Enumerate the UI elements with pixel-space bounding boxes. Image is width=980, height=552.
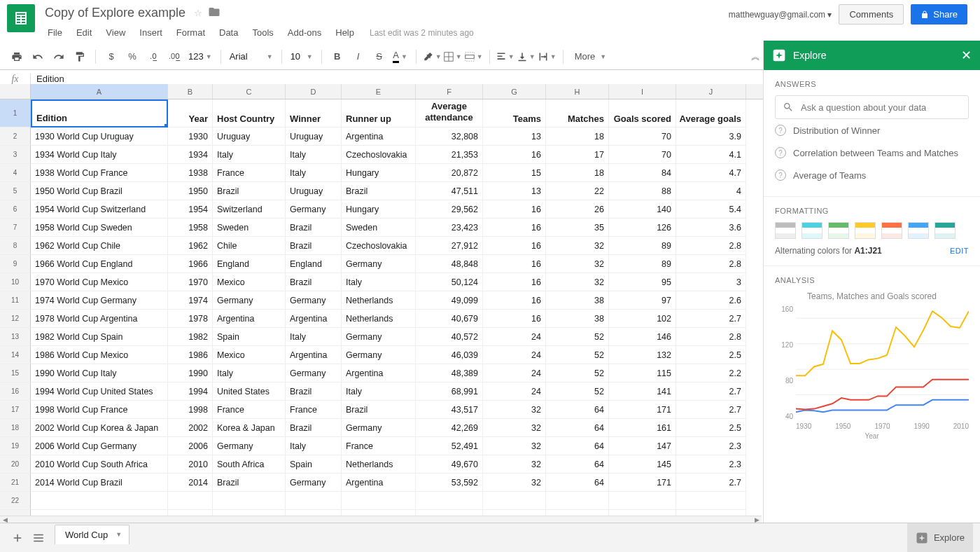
cell[interactable]: Italy xyxy=(286,328,342,346)
cell[interactable]: 24 xyxy=(483,328,546,346)
edit-formatting-link[interactable]: EDIT xyxy=(950,247,969,255)
cell[interactable]: 26 xyxy=(546,200,609,219)
color-swatch[interactable] xyxy=(775,222,796,239)
cell[interactable]: 2002 xyxy=(168,419,213,437)
cell[interactable]: 16 xyxy=(483,200,546,219)
cell[interactable] xyxy=(483,492,546,510)
cell[interactable]: 32,808 xyxy=(416,127,483,146)
cell[interactable]: 70 xyxy=(609,146,676,164)
cell[interactable]: 1986 World Cup Mexico xyxy=(31,346,168,364)
cell[interactable]: 16 xyxy=(483,273,546,291)
cell[interactable]: 1974 xyxy=(168,291,213,310)
cell[interactable]: 84 xyxy=(609,164,676,182)
cell[interactable]: 1950 World Cup Brazil xyxy=(31,182,168,200)
close-icon[interactable]: ✕ xyxy=(961,48,972,63)
cell[interactable]: Argentina xyxy=(213,310,286,328)
cell[interactable]: 64 xyxy=(546,401,609,419)
paint-format-icon[interactable] xyxy=(70,47,90,67)
menu-file[interactable]: File xyxy=(42,25,68,41)
cell[interactable]: Argentina xyxy=(342,127,416,146)
cell[interactable]: Netherlands xyxy=(342,455,416,474)
cell[interactable]: Averageattendance xyxy=(416,99,483,127)
cell[interactable]: 32 xyxy=(483,437,546,455)
cell[interactable]: Argentina xyxy=(342,474,416,492)
row-header[interactable]: 3 xyxy=(0,146,31,164)
cell[interactable]: 29,562 xyxy=(416,200,483,219)
cell[interactable]: 89 xyxy=(609,255,676,273)
add-sheet-icon[interactable] xyxy=(7,527,28,548)
cell[interactable]: 3.6 xyxy=(676,219,746,237)
horizontal-scrollbar[interactable]: ◀▶ xyxy=(0,516,762,523)
cell[interactable]: Mexico xyxy=(213,273,286,291)
cell[interactable]: France xyxy=(286,401,342,419)
cell[interactable]: Sweden xyxy=(213,219,286,237)
menu-format[interactable]: Format xyxy=(171,25,211,41)
more-menu[interactable]: More▼ xyxy=(569,51,610,62)
font-family-dropdown[interactable]: Arial▼ xyxy=(227,51,276,62)
cell[interactable]: Brazil xyxy=(213,474,286,492)
cell[interactable]: 2.8 xyxy=(676,328,746,346)
cell[interactable]: Sweden xyxy=(342,219,416,237)
cell[interactable]: Spain xyxy=(213,328,286,346)
cell[interactable]: 1954 World Cup Switzerland xyxy=(31,200,168,219)
cell[interactable]: 2006 xyxy=(168,437,213,455)
cell[interactable]: 95 xyxy=(609,273,676,291)
user-email[interactable]: matthewguay@gmail.com ▾ xyxy=(729,10,832,20)
cell[interactable]: Spain xyxy=(286,455,342,474)
cell[interactable]: 171 xyxy=(609,401,676,419)
explore-search-input[interactable] xyxy=(801,102,961,113)
cell[interactable]: 35 xyxy=(546,219,609,237)
all-sheets-icon[interactable] xyxy=(28,527,49,548)
cell[interactable]: Argentina xyxy=(286,310,342,328)
cell[interactable]: Hungary xyxy=(342,200,416,219)
cell[interactable]: 1966 World Cup England xyxy=(31,255,168,273)
cell[interactable]: 20,872 xyxy=(416,164,483,182)
cell[interactable]: South Africa xyxy=(213,455,286,474)
color-swatch[interactable] xyxy=(802,222,822,239)
cell[interactable]: 2.5 xyxy=(676,419,746,437)
cell[interactable]: England xyxy=(286,255,342,273)
cell[interactable]: 1950 xyxy=(168,182,213,200)
cell[interactable]: 1998 World Cup France xyxy=(31,401,168,419)
cell[interactable]: Goals scored xyxy=(609,99,676,127)
cell[interactable]: Argentina xyxy=(342,364,416,382)
cell[interactable]: 1934 World Cup Italy xyxy=(31,146,168,164)
cell[interactable]: 1990 xyxy=(168,364,213,382)
cell[interactable]: 2.3 xyxy=(676,455,746,474)
cell[interactable]: Netherlands xyxy=(342,310,416,328)
row-header[interactable]: 8 xyxy=(0,237,31,255)
cell[interactable]: 64 xyxy=(546,419,609,437)
menu-view[interactable]: View xyxy=(100,25,131,41)
cell[interactable]: 48,389 xyxy=(416,364,483,382)
cell[interactable]: 64 xyxy=(546,474,609,492)
sheets-logo[interactable] xyxy=(7,4,35,32)
cell[interactable]: Italy xyxy=(213,146,286,164)
cell[interactable]: Germany xyxy=(213,437,286,455)
row-header[interactable]: 15 xyxy=(0,364,31,382)
cell[interactable]: United States xyxy=(213,382,286,401)
menu-insert[interactable]: Insert xyxy=(134,25,168,41)
cell[interactable]: 1938 xyxy=(168,164,213,182)
cell[interactable]: 46,039 xyxy=(416,346,483,364)
cell[interactable]: Brazil xyxy=(342,182,416,200)
menu-edit[interactable]: Edit xyxy=(71,25,97,41)
row-header[interactable]: 1 xyxy=(0,99,31,127)
cell[interactable]: 1966 xyxy=(168,255,213,273)
cell[interactable]: 18 xyxy=(546,164,609,182)
cell[interactable]: Germany xyxy=(286,364,342,382)
cell[interactable]: Germany xyxy=(286,291,342,310)
cell[interactable]: Brazil xyxy=(286,382,342,401)
cell[interactable]: 24 xyxy=(483,346,546,364)
cell[interactable] xyxy=(676,492,746,510)
row-header[interactable]: 2 xyxy=(0,127,31,146)
cell[interactable]: 2.7 xyxy=(676,474,746,492)
row-header[interactable]: 6 xyxy=(0,200,31,219)
cell[interactable]: Netherlands xyxy=(342,291,416,310)
cell[interactable]: Germany xyxy=(342,328,416,346)
explore-mini-button[interactable]: Explore xyxy=(907,523,973,552)
column-header-G[interactable]: G xyxy=(483,84,546,99)
cell[interactable]: 32 xyxy=(483,419,546,437)
cell[interactable]: Germany xyxy=(213,291,286,310)
comments-button[interactable]: Comments xyxy=(839,4,904,25)
cell[interactable]: 52 xyxy=(546,346,609,364)
